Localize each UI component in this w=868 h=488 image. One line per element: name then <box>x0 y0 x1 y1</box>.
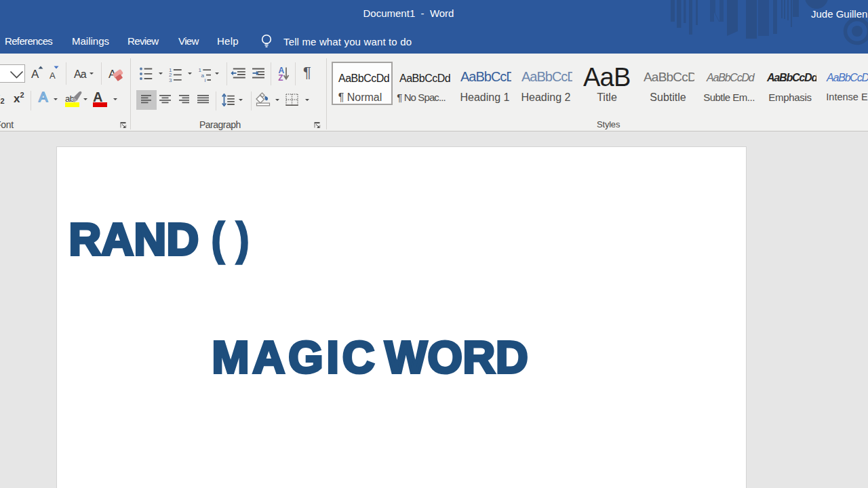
svg-text:Z: Z <box>278 73 283 82</box>
svg-text:i: i <box>205 77 206 82</box>
svg-text:3: 3 <box>169 77 172 81</box>
